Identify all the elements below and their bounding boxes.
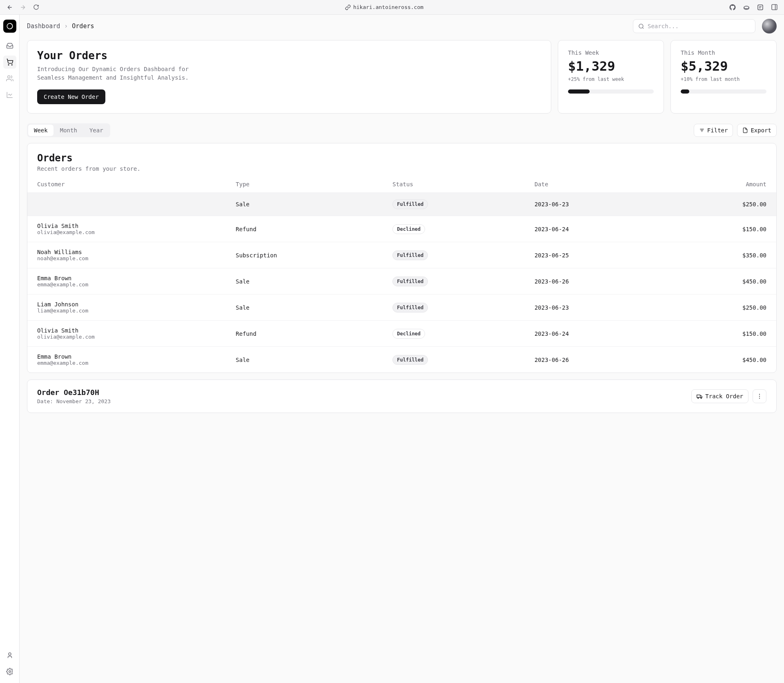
svg-point-7 [7,76,10,78]
cell-date: 2023-06-24 [525,216,664,242]
cell-type: Sale [226,193,383,216]
sidebar [0,15,20,683]
sidebar-account-icon[interactable] [3,649,16,662]
sidebar-customers-icon[interactable] [3,72,16,85]
customer-email: emma@example.com [37,281,216,288]
search-input[interactable] [648,23,750,29]
table-row[interactable]: Liam Johnsonliam@example.comSaleFulfille… [27,295,776,321]
breadcrumb-root[interactable]: Dashboard [27,22,60,30]
stat-week-card: This Week $1,329 +25% from last week [558,40,664,114]
sidebar-inbox-icon[interactable] [3,39,16,52]
panel-icon[interactable] [769,2,779,12]
customer-name: Noah Williams [37,249,216,255]
stat-label: This Week [568,49,654,56]
status-badge: Fulfilled [392,303,428,312]
create-order-button[interactable]: Create New Order [37,89,105,104]
table-row[interactable]: Olivia Smitholivia@example.comRefundDecl… [27,216,776,242]
status-badge: Fulfilled [392,277,428,286]
status-badge: Declined [392,329,425,339]
svg-point-0 [744,6,749,9]
stat-value: $5,329 [681,58,766,74]
customer-email: olivia@example.com [37,334,216,340]
sidebar-settings-icon[interactable] [3,665,16,678]
track-order-button[interactable]: Track Order [691,389,748,403]
browser-back-icon[interactable] [5,2,15,12]
avatar[interactable] [762,19,777,33]
customer-email: noah@example.com [37,255,216,261]
customer-name: Emma Brown [37,353,216,360]
stat-label: This Month [681,49,766,56]
table-row[interactable]: Emma Brownemma@example.comSaleFulfilled2… [27,268,776,295]
status-badge: Fulfilled [392,250,428,260]
logo[interactable] [3,20,16,33]
cell-date: 2023-06-23 [525,193,664,216]
github-icon[interactable] [728,2,737,12]
main-content: Dashboard › Orders Your Orders Introduci… [20,15,784,683]
col-customer: Customer [27,174,226,193]
browser-url-text[interactable]: hikari.antoineross.com [353,4,423,10]
truck-icon [697,393,703,400]
orders-title: Orders [37,152,766,164]
search-icon [638,23,644,29]
orders-subtitle: Recent orders from your store. [37,165,766,172]
cell-amount: $350.00 [664,242,776,268]
cell-amount: $150.00 [664,321,776,347]
customer-name: Emma Brown [37,275,216,281]
range-tabs: Week Month Year [27,123,110,137]
extension-icon-1[interactable] [742,2,751,12]
export-button[interactable]: Export [737,124,777,137]
track-label: Track Order [705,393,743,400]
cell-type: Refund [226,216,383,242]
cell-date: 2023-06-24 [525,321,664,347]
stat-value: $1,329 [568,58,654,74]
breadcrumb-current: Orders [72,22,94,30]
col-type: Type [226,174,383,193]
extension-icon-2[interactable] [755,2,765,12]
svg-point-6 [11,65,12,65]
customer-email: emma@example.com [37,360,216,366]
order-date: Date: November 23, 2023 [37,398,111,404]
tab-year[interactable]: Year [84,125,109,136]
filter-icon [699,127,705,133]
table-row[interactable]: SaleFulfilled2023-06-23$250.00 [27,193,776,216]
tab-month[interactable]: Month [54,125,83,136]
cell-type: Sale [226,295,383,321]
svg-point-9 [9,671,11,673]
customer-email: olivia@example.com [37,229,216,235]
more-button[interactable] [753,389,766,403]
tab-week[interactable]: Week [28,125,53,136]
export-label: Export [751,127,771,134]
svg-point-10 [639,24,643,28]
table-row[interactable]: Noah Williamsnoah@example.comSubscriptio… [27,242,776,268]
svg-point-16 [701,397,702,399]
status-badge: Fulfilled [392,199,428,209]
stat-month-card: This Month $5,329 +10% from last month [670,40,777,114]
filter-button[interactable]: Filter [694,124,733,137]
cell-type: Sale [226,268,383,295]
sidebar-analytics-icon[interactable] [3,88,16,101]
hero-description: Introducing Our Dynamic Orders Dashboard… [37,65,209,82]
cell-amount: $150.00 [664,216,776,242]
page-title: Your Orders [37,49,541,62]
more-vertical-icon [756,393,763,400]
stat-delta: +10% from last month [681,76,766,82]
hero-card: Your Orders Introducing Our Dynamic Orde… [27,40,551,114]
browser-forward-icon[interactable] [18,2,28,12]
cell-date: 2023-06-26 [525,347,664,373]
customer-email: liam@example.com [37,308,216,314]
stat-delta: +25% from last week [568,76,654,82]
breadcrumb: Dashboard › Orders [27,22,94,30]
browser-reload-icon[interactable] [31,2,41,12]
svg-point-18 [759,396,760,397]
cell-type: Refund [226,321,383,347]
table-row[interactable]: Emma Brownemma@example.comSaleFulfilled2… [27,347,776,373]
col-amount: Amount [664,174,776,193]
progress-bar [568,89,654,94]
table-row[interactable]: Olivia Smitholivia@example.comRefundDecl… [27,321,776,347]
status-badge: Declined [392,224,425,234]
sidebar-orders-icon[interactable] [3,56,16,69]
customer-name: Liam Johnson [37,301,216,308]
status-badge: Fulfilled [392,355,428,365]
customer-name: Olivia Smith [37,223,216,229]
search-input-wrapper[interactable] [633,19,755,33]
